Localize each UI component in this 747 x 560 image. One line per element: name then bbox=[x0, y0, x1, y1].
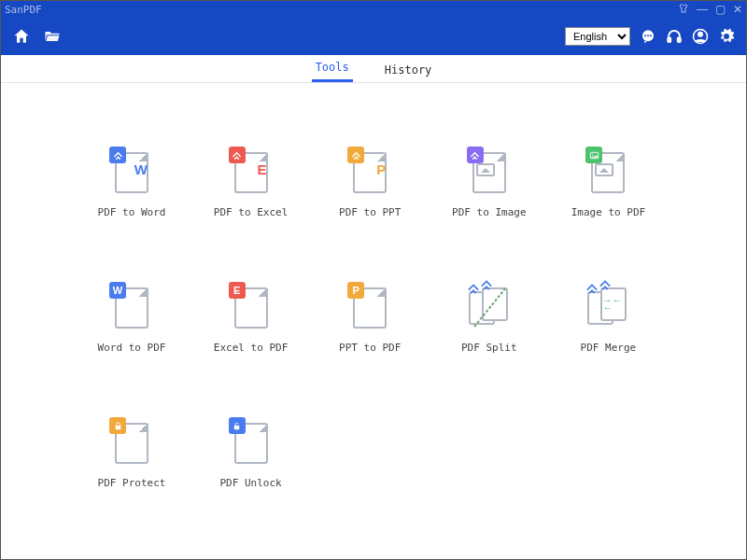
headphones-icon[interactable] bbox=[666, 28, 683, 45]
pdf-split-icon bbox=[469, 284, 510, 330]
svg-point-7 bbox=[698, 33, 703, 37]
tool-label: PDF to Image bbox=[452, 206, 526, 218]
tool-label: PPT to PDF bbox=[339, 342, 401, 354]
svg-point-1 bbox=[644, 35, 646, 36]
tool-image-to-pdf[interactable]: Image to PDF bbox=[580, 148, 636, 218]
tools-panel: WPDF to WordEPDF to ExcelPPDF to PPTPDF … bbox=[1, 83, 746, 508]
svg-rect-5 bbox=[678, 38, 681, 43]
chat-icon[interactable] bbox=[640, 28, 656, 45]
pdf-unlock-icon bbox=[231, 419, 272, 466]
tool-label: PDF to Excel bbox=[214, 206, 288, 218]
tab-tools[interactable]: Tools bbox=[312, 55, 353, 82]
user-icon[interactable] bbox=[692, 28, 709, 45]
tool-label: Excel to PDF bbox=[214, 342, 288, 354]
tool-pdf-protect[interactable]: PDF Protect bbox=[104, 419, 160, 489]
home-icon[interactable] bbox=[12, 27, 31, 46]
tool-pdf-to-excel[interactable]: EPDF to Excel bbox=[223, 148, 279, 218]
svg-rect-11 bbox=[115, 426, 120, 429]
pdf-to-image-icon bbox=[469, 148, 510, 195]
tool-label: PDF to Word bbox=[98, 206, 166, 218]
tool-label: PDF Unlock bbox=[219, 477, 281, 489]
svg-point-2 bbox=[647, 35, 649, 36]
tool-label: PDF to PPT bbox=[339, 206, 401, 218]
svg-point-3 bbox=[650, 35, 652, 36]
language-select[interactable]: English bbox=[565, 27, 630, 46]
shirt-icon[interactable] bbox=[678, 3, 689, 16]
svg-rect-12 bbox=[234, 426, 240, 429]
word-to-pdf-icon: W bbox=[111, 284, 152, 330]
tool-excel-to-pdf[interactable]: EExcel to PDF bbox=[223, 284, 279, 354]
svg-rect-4 bbox=[668, 38, 670, 43]
folder-open-icon[interactable] bbox=[42, 27, 63, 46]
app-title: SanPDF bbox=[5, 4, 678, 16]
pdf-to-excel-icon: E bbox=[231, 148, 272, 195]
svg-point-9 bbox=[592, 153, 593, 154]
maximize-button[interactable]: ▢ bbox=[715, 4, 726, 15]
gear-icon[interactable] bbox=[718, 28, 735, 45]
pdf-to-ppt-icon: P bbox=[349, 148, 390, 195]
image-to-pdf-icon bbox=[587, 148, 628, 195]
close-button[interactable]: ✕ bbox=[733, 4, 742, 15]
tabs: Tools History bbox=[1, 55, 746, 83]
tool-pdf-to-word[interactable]: WPDF to Word bbox=[104, 148, 160, 218]
tool-word-to-pdf[interactable]: WWord to PDF bbox=[104, 284, 160, 354]
tool-label: PDF Protect bbox=[98, 477, 166, 489]
tool-pdf-unlock[interactable]: PDF Unlock bbox=[223, 419, 279, 489]
tool-ppt-to-pdf[interactable]: PPPT to PDF bbox=[342, 284, 398, 354]
pdf-merge-icon: →←← bbox=[587, 284, 628, 330]
tool-label: PDF Merge bbox=[581, 342, 637, 354]
tool-pdf-split[interactable]: PDF Split bbox=[461, 284, 517, 354]
minimize-button[interactable]: — bbox=[697, 4, 708, 15]
ppt-to-pdf-icon: P bbox=[349, 284, 390, 330]
tool-label: PDF Split bbox=[461, 342, 517, 354]
pdf-protect-icon bbox=[111, 419, 152, 466]
pdf-to-word-icon: W bbox=[111, 148, 152, 195]
tool-pdf-merge[interactable]: →←←PDF Merge bbox=[580, 284, 636, 354]
tool-pdf-to-image[interactable]: PDF to Image bbox=[461, 148, 517, 218]
header-bar: English bbox=[1, 18, 746, 55]
tool-label: Word to PDF bbox=[98, 342, 166, 354]
tab-history[interactable]: History bbox=[381, 58, 436, 82]
excel-to-pdf-icon: E bbox=[231, 284, 272, 330]
titlebar: SanPDF — ▢ ✕ bbox=[1, 1, 746, 18]
tool-label: Image to PDF bbox=[571, 206, 645, 218]
tool-pdf-to-ppt[interactable]: PPDF to PPT bbox=[342, 148, 398, 218]
